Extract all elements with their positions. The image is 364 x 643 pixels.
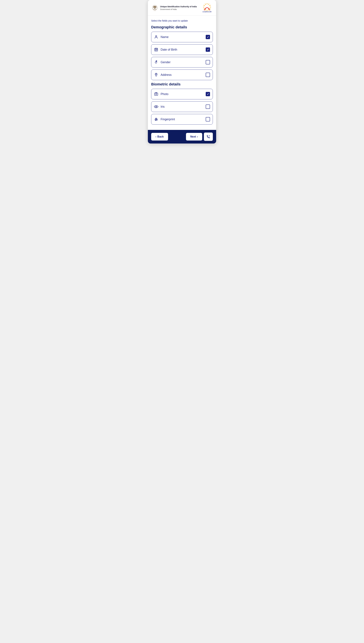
phone-plus-icon — [206, 135, 210, 139]
svg-rect-33 — [156, 50, 156, 51]
svg-line-22 — [205, 4, 206, 5]
svg-rect-31 — [157, 50, 157, 50]
person-icon — [154, 35, 158, 39]
photo-icon — [154, 92, 158, 96]
address-field-item[interactable]: Address — [151, 70, 213, 80]
gender-icon — [154, 60, 158, 64]
dob-checkbox[interactable] — [206, 48, 210, 52]
photo-label: Photo — [160, 92, 168, 96]
demographic-section-title: Demographic details — [151, 25, 213, 29]
header-left: सत्यमेव जयते Unique Identification Autho… — [151, 4, 197, 12]
gender-checkbox[interactable] — [206, 60, 210, 64]
svg-text:AADHAAR: AADHAAR — [202, 11, 212, 13]
next-chevron-icon: › — [197, 135, 198, 138]
dob-label: Date of Birth — [160, 48, 177, 52]
name-field-item[interactable]: Name — [151, 32, 213, 42]
fingerprint-field-item[interactable]: Fingerprint — [151, 114, 213, 125]
call-button[interactable] — [204, 133, 213, 141]
iris-field-item[interactable]: Iris — [151, 101, 213, 112]
svg-point-3 — [154, 6, 155, 8]
back-chevron-icon: ‹ — [156, 135, 156, 138]
svg-rect-32 — [155, 50, 156, 51]
photo-field-item[interactable]: Photo — [151, 89, 213, 99]
svg-line-16 — [208, 10, 209, 11]
aadhaar-logo: AADHAAR — [201, 3, 213, 13]
next-label: Next — [190, 135, 196, 138]
svg-line-13 — [210, 5, 210, 6]
svg-text:सत्यमेव जयते: सत्यमेव जयते — [154, 11, 156, 11]
eye-icon — [154, 105, 158, 109]
calendar-icon — [154, 48, 158, 52]
address-label: Address — [160, 73, 172, 77]
svg-point-43 — [156, 107, 156, 107]
iris-label: Iris — [160, 105, 164, 109]
svg-point-24 — [156, 36, 157, 37]
location-icon — [154, 73, 158, 77]
fingerprint-icon — [154, 117, 158, 121]
back-label: Back — [157, 135, 164, 138]
svg-rect-40 — [154, 93, 158, 95]
gov-name: Government of India — [160, 8, 197, 11]
svg-line-21 — [204, 5, 204, 6]
svg-line-18 — [205, 10, 206, 11]
svg-line-19 — [204, 9, 204, 9]
government-emblem: सत्यमेव जयते — [151, 4, 158, 12]
svg-rect-9 — [153, 9, 156, 9]
instruction-text: Select the fields you want to update — [151, 20, 213, 22]
footer: ‹ Back Next › — [148, 130, 216, 144]
biometric-section-title: Biometric details — [151, 82, 213, 86]
header-text: Unique Identification Authority of India… — [160, 6, 197, 11]
main-content: Select the fields you want to update Dem… — [148, 16, 216, 130]
back-button[interactable]: ‹ Back — [151, 133, 168, 141]
photo-checkbox[interactable] — [206, 92, 210, 96]
org-name: Unique Identification Authority of India — [160, 6, 197, 8]
svg-line-15 — [210, 9, 210, 9]
svg-line-12 — [208, 4, 209, 5]
svg-rect-29 — [155, 50, 156, 50]
app-header: सत्यमेव जयते Unique Identification Autho… — [148, 0, 216, 16]
phone-container: सत्यमेव जयते Unique Identification Autho… — [148, 0, 216, 144]
next-button[interactable]: Next › — [186, 133, 202, 141]
fingerprint-label: Fingerprint — [160, 118, 175, 121]
svg-point-34 — [155, 62, 157, 63]
svg-point-41 — [156, 94, 157, 95]
address-checkbox[interactable] — [206, 73, 210, 77]
name-label: Name — [160, 35, 168, 39]
dob-field-item[interactable]: Date of Birth — [151, 44, 213, 55]
svg-point-39 — [156, 74, 156, 75]
fingerprint-checkbox[interactable] — [206, 117, 210, 121]
gender-label: Gender — [160, 61, 170, 64]
name-checkbox[interactable] — [206, 35, 210, 39]
iris-checkbox[interactable] — [206, 105, 210, 109]
gender-field-item[interactable]: Gender — [151, 57, 213, 68]
svg-rect-30 — [156, 50, 156, 50]
